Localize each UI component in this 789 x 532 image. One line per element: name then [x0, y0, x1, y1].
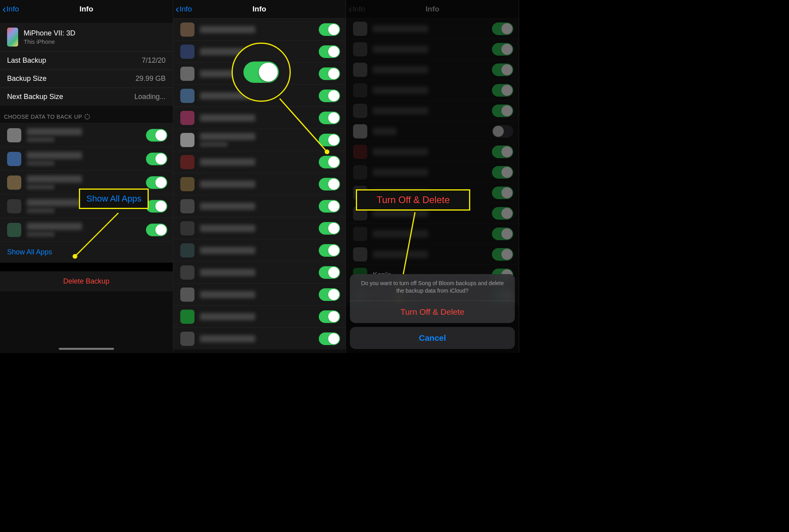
backup-toggle[interactable] — [492, 207, 513, 220]
app-icon — [7, 223, 21, 237]
chevron-left-icon: ‹ — [348, 4, 352, 15]
backup-toggle[interactable] — [319, 244, 340, 257]
app-icon — [180, 155, 194, 169]
backup-toggle[interactable] — [319, 112, 340, 124]
back-label: Info — [179, 5, 192, 13]
backup-toggle[interactable] — [492, 22, 513, 35]
backup-size-value: 29.99 GB — [136, 75, 166, 83]
backup-toggle[interactable] — [146, 224, 167, 236]
app-icon — [180, 221, 194, 235]
back-button[interactable]: ‹ Info — [348, 4, 365, 15]
app-row — [346, 162, 519, 182]
screen-backup-info: ‹ Info Info MiPhone VII: 3D This iPhone … — [0, 0, 173, 353]
backup-toggle[interactable] — [492, 146, 513, 158]
app-icon — [7, 152, 21, 166]
backup-toggle[interactable] — [492, 248, 513, 261]
backup-toggle[interactable] — [319, 67, 340, 80]
app-row — [346, 223, 519, 244]
backup-toggle[interactable] — [319, 288, 340, 301]
app-icon — [7, 175, 21, 190]
app-name-redacted — [27, 152, 82, 159]
backup-toggle[interactable] — [319, 134, 340, 146]
choose-data-header: CHOOSE DATA TO BACK UP — [0, 106, 173, 123]
backup-toggle[interactable] — [319, 45, 340, 58]
backup-toggle[interactable] — [492, 228, 513, 240]
app-row — [0, 218, 173, 241]
app-name-redacted — [373, 87, 428, 94]
turn-off-delete-button[interactable]: Turn Off & Delete — [350, 301, 515, 323]
app-name-redacted — [373, 107, 428, 114]
app-row — [346, 244, 519, 264]
app-row — [0, 123, 173, 147]
backup-toggle[interactable] — [492, 84, 513, 97]
action-sheet: Do you want to turn off Song of Bloom ba… — [350, 274, 515, 349]
backup-toggle[interactable] — [492, 187, 513, 199]
app-icon — [180, 67, 194, 81]
backup-toggle[interactable] — [146, 176, 167, 189]
backup-toggle[interactable] — [319, 266, 340, 279]
app-row — [346, 80, 519, 100]
screen-app-toggles: ‹ Info Info — [173, 0, 346, 353]
app-row — [173, 305, 346, 327]
app-row — [173, 217, 346, 239]
nav-title: Info — [252, 5, 266, 13]
backup-toggle[interactable] — [319, 156, 340, 168]
app-icon — [353, 104, 367, 118]
app-icon — [180, 133, 194, 147]
backup-toggle[interactable] — [492, 105, 513, 117]
app-icon — [180, 332, 194, 346]
backup-toggle[interactable] — [146, 153, 167, 165]
device-name: MiPhone VII: 3D — [24, 29, 75, 37]
backup-size-label: Backup Size — [7, 75, 47, 83]
backup-toggle[interactable] — [319, 222, 340, 235]
backup-toggle[interactable] — [492, 43, 513, 56]
callout-turn-off-delete: Turn Off & Delete — [356, 189, 470, 211]
back-button[interactable]: ‹ Info — [176, 4, 192, 15]
delete-backup-row[interactable]: Delete Backup — [0, 271, 173, 291]
callout-show-all-apps: Show All Apps — [79, 189, 149, 209]
last-backup-row: Last Backup 7/12/20 — [0, 51, 173, 69]
backup-toggle[interactable] — [492, 63, 513, 76]
device-row: MiPhone VII: 3D This iPhone — [0, 23, 173, 51]
navbar: ‹ Info Info — [346, 0, 519, 18]
backup-size-row: Backup Size 29.99 GB — [0, 69, 173, 88]
navbar: ‹ Info Info — [173, 0, 346, 18]
app-name-redacted — [200, 269, 255, 276]
app-name-redacted — [27, 223, 82, 230]
backup-toggle[interactable] — [319, 23, 340, 36]
app-icon — [180, 22, 194, 37]
cancel-button[interactable]: Cancel — [350, 327, 515, 349]
backup-toggle[interactable] — [319, 310, 340, 323]
backup-toggle[interactable] — [146, 129, 167, 142]
app-icon — [353, 42, 367, 56]
app-row — [173, 129, 346, 151]
backup-toggle[interactable] — [319, 332, 340, 345]
device-subtitle: This iPhone — [24, 38, 75, 45]
app-icon — [353, 83, 367, 97]
show-all-apps-row[interactable]: Show All Apps — [0, 241, 173, 263]
app-name-redacted — [200, 114, 255, 121]
home-indicator[interactable] — [59, 348, 114, 350]
app-icon — [7, 128, 21, 142]
app-row — [173, 261, 346, 283]
backup-toggle[interactable] — [319, 178, 340, 190]
backup-toggle[interactable] — [492, 166, 513, 179]
back-button[interactable]: ‹ Info — [2, 4, 19, 15]
app-name-redacted — [373, 148, 428, 155]
app-icon — [180, 89, 194, 103]
app-row — [346, 18, 519, 39]
app-row — [173, 151, 346, 173]
nav-title: Info — [79, 5, 93, 13]
delete-backup-link[interactable]: Delete Backup — [63, 277, 109, 285]
app-icon — [180, 287, 194, 302]
app-row — [173, 195, 346, 217]
backup-toggle[interactable] — [319, 90, 340, 102]
backup-toggle[interactable] — [319, 200, 340, 213]
navbar: ‹ Info Info — [0, 0, 173, 18]
show-all-apps-link[interactable]: Show All Apps — [7, 248, 52, 256]
backup-toggle[interactable] — [146, 200, 167, 213]
backup-toggle[interactable] — [492, 125, 513, 138]
app-icon — [180, 177, 194, 191]
app-icon — [353, 63, 367, 77]
back-label: Info — [353, 5, 365, 13]
